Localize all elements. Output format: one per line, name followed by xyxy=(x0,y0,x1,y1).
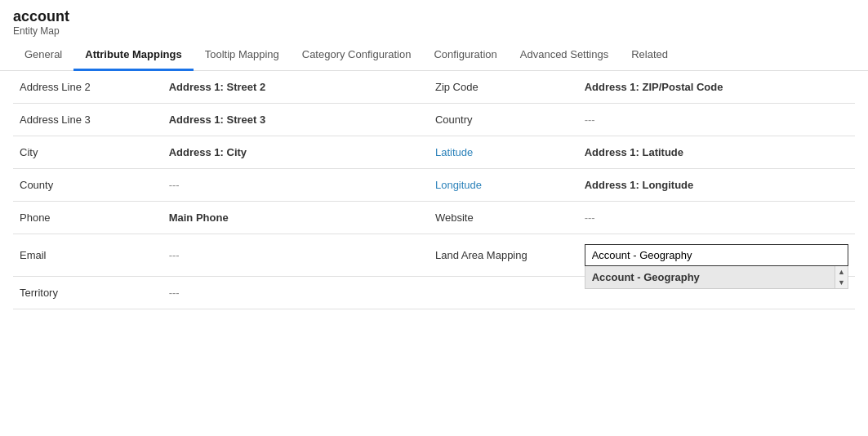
col-divider xyxy=(397,277,429,309)
left-value: Address 1: City xyxy=(162,136,397,169)
table-row: County---LongitudeAddress 1: Longitude xyxy=(13,169,855,202)
mapping-table: Address Line 2Address 1: Street 2Zip Cod… xyxy=(13,71,855,309)
left-label: Address Line 3 xyxy=(13,104,162,136)
dropdown-scrollbar[interactable]: ▲▼ xyxy=(835,266,848,288)
scroll-up-arrow[interactable]: ▲ xyxy=(838,268,845,276)
right-value: Address 1: Latitude xyxy=(578,136,855,169)
right-value: --- xyxy=(578,202,855,234)
left-value: Main Phone xyxy=(162,202,397,234)
right-label: Zip Code xyxy=(429,71,578,104)
dropdown-list: Account - Geography▲▼ xyxy=(585,266,848,289)
right-label[interactable]: Latitude xyxy=(429,136,578,169)
right-value: Address 1: ZIP/Postal Code xyxy=(578,71,855,104)
left-value: --- xyxy=(162,277,397,309)
left-value: --- xyxy=(162,234,397,277)
col-divider xyxy=(397,136,429,169)
left-label: Territory xyxy=(13,277,162,309)
page-subtitle: Entity Map xyxy=(13,25,855,37)
left-label: Email xyxy=(13,234,162,277)
table-row: PhoneMain PhoneWebsite--- xyxy=(13,202,855,234)
left-value: Address 1: Street 2 xyxy=(162,71,397,104)
right-label: Land Area Mapping xyxy=(429,234,578,277)
tab-configuration[interactable]: Configuration xyxy=(422,40,508,71)
tab-related[interactable]: Related xyxy=(620,40,679,71)
left-label: Address Line 2 xyxy=(13,71,162,104)
col-divider xyxy=(397,71,429,104)
page-title: account xyxy=(13,8,855,25)
tab-category-configuration[interactable]: Category Configuration xyxy=(291,40,423,71)
main-content: Address Line 2Address 1: Street 2Zip Cod… xyxy=(0,71,868,309)
table-row: Address Line 3Address 1: Street 3Country… xyxy=(13,104,855,136)
left-value: Address 1: Street 3 xyxy=(162,104,397,136)
table-row: CityAddress 1: CityLatitudeAddress 1: La… xyxy=(13,136,855,169)
scroll-down-arrow[interactable]: ▼ xyxy=(838,278,845,287)
col-divider xyxy=(397,104,429,136)
tab-attribute-mappings[interactable]: Attribute Mappings xyxy=(73,40,193,71)
left-label: Phone xyxy=(13,202,162,234)
tab-advanced-settings[interactable]: Advanced Settings xyxy=(509,40,620,71)
right-label xyxy=(429,277,578,309)
right-label: Website xyxy=(429,202,578,234)
land-area-mapping-input[interactable] xyxy=(585,244,848,266)
col-divider xyxy=(397,202,429,234)
left-label: County xyxy=(13,169,162,202)
col-divider xyxy=(397,169,429,202)
right-value: --- xyxy=(578,104,855,136)
tab-bar: GeneralAttribute MappingsTooltip Mapping… xyxy=(0,40,868,71)
right-value: Address 1: Longitude xyxy=(578,169,855,202)
right-label: Country xyxy=(429,104,578,136)
table-row: Address Line 2Address 1: Street 2Zip Cod… xyxy=(13,71,855,104)
table-row: Email---Land Area MappingAccount - Geogr… xyxy=(13,234,855,277)
col-divider xyxy=(397,234,429,277)
page-header: account Entity Map xyxy=(0,0,868,37)
left-label: City xyxy=(13,136,162,169)
tab-general[interactable]: General xyxy=(13,40,73,71)
dropdown-option[interactable]: Account - Geography xyxy=(585,266,835,288)
right-label[interactable]: Longitude xyxy=(429,169,578,202)
left-value: --- xyxy=(162,169,397,202)
tab-tooltip-mapping[interactable]: Tooltip Mapping xyxy=(194,40,291,71)
dropdown-container: Account - Geography▲▼☞ xyxy=(585,244,848,266)
right-value[interactable]: Account - Geography▲▼☞ xyxy=(578,234,855,277)
